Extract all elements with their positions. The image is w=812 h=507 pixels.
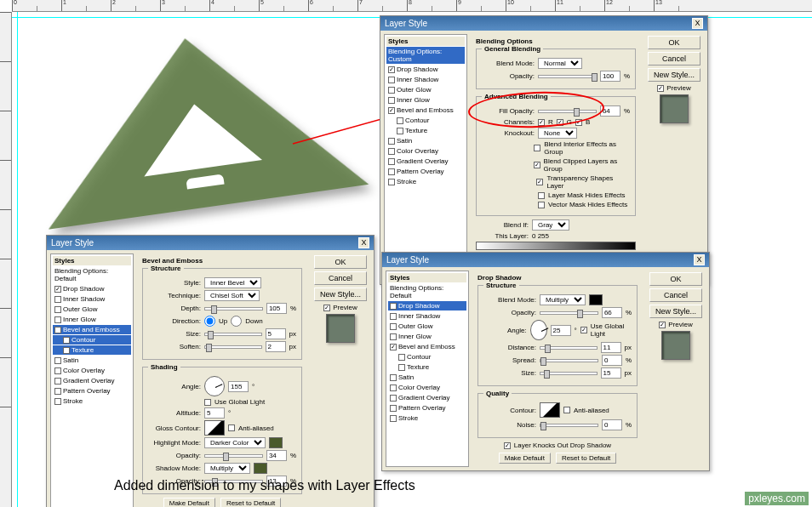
blend-mode-select[interactable]: Multiply <box>540 294 586 305</box>
style-item-contour[interactable]: Contour <box>388 352 466 362</box>
style-item-color-overlay[interactable]: Color Overlay <box>388 383 466 392</box>
opacity-input[interactable] <box>600 71 620 82</box>
preview-checkbox[interactable] <box>659 322 666 328</box>
close-icon[interactable]: X <box>694 254 705 265</box>
style-item-texture[interactable]: Texture <box>53 345 131 355</box>
close-icon[interactable]: X <box>692 18 703 29</box>
style-item-contour[interactable]: Contour <box>53 335 131 345</box>
reset-default-button[interactable]: Reset to Default <box>220 498 281 507</box>
style-item-drop-shadow[interactable]: Drop Shadow <box>388 301 466 310</box>
cancel-button[interactable]: Cancel <box>649 288 702 302</box>
style-item-satin[interactable]: Satin <box>386 136 465 145</box>
style-item-bevel[interactable]: Bevel and Emboss <box>386 105 465 115</box>
shadow-mode-select[interactable]: Multiply <box>204 463 250 474</box>
highlight-color[interactable] <box>269 437 283 448</box>
style-item-inner-shadow[interactable]: Inner Shadow <box>53 294 131 304</box>
style-item-stroke[interactable]: Stroke <box>386 177 465 186</box>
noise-slider[interactable] <box>540 424 598 427</box>
angle-input[interactable] <box>551 325 571 336</box>
style-item-outer-glow[interactable]: Outer Glow <box>388 322 466 331</box>
dialog-titlebar[interactable]: Layer Style X <box>382 253 709 267</box>
style-item-stroke[interactable]: Stroke <box>53 396 131 406</box>
style-item-inner-shadow[interactable]: Inner Shadow <box>388 311 466 321</box>
size-input[interactable] <box>266 328 286 339</box>
style-item-outer-glow[interactable]: Outer Glow <box>386 85 465 94</box>
style-item-bevel[interactable]: Bevel and Emboss <box>53 325 131 334</box>
distance-slider[interactable] <box>540 346 598 350</box>
shadow-color[interactable] <box>254 463 267 474</box>
cancel-button[interactable]: Cancel <box>648 52 700 66</box>
ok-button[interactable]: OK <box>649 272 702 286</box>
ok-button[interactable]: OK <box>648 36 700 49</box>
new-style-button[interactable]: New Style... <box>648 68 700 82</box>
blend-mode-select[interactable]: Normal <box>538 58 582 69</box>
depth-slider[interactable] <box>204 307 263 310</box>
style-item-pattern-overlay[interactable]: Pattern Overlay <box>388 403 466 413</box>
style-item-stroke[interactable]: Stroke <box>388 413 466 423</box>
cancel-button[interactable]: Cancel <box>314 271 367 285</box>
close-icon[interactable]: X <box>358 237 369 248</box>
make-default-button[interactable]: Make Default <box>499 453 551 464</box>
highlight-mode-select[interactable]: Darker Color <box>204 437 266 448</box>
angle-input[interactable] <box>228 381 249 392</box>
style-item-satin[interactable]: Satin <box>53 356 131 365</box>
style-item-bevel[interactable]: Bevel and Emboss <box>388 342 466 351</box>
new-style-button[interactable]: New Style... <box>314 288 367 301</box>
depth-input[interactable] <box>266 303 287 314</box>
new-style-button[interactable]: New Style... <box>649 305 702 318</box>
style-item-inner-shadow[interactable]: Inner Shadow <box>386 75 465 84</box>
angle-dial[interactable] <box>204 376 225 396</box>
gloss-contour[interactable] <box>204 420 225 436</box>
reset-default-button[interactable]: Reset to Default <box>556 453 616 464</box>
style-item-satin[interactable]: Satin <box>388 373 466 382</box>
make-default-button[interactable]: Make Default <box>163 498 215 507</box>
size-input[interactable] <box>601 367 621 379</box>
shadow-color-swatch[interactable] <box>589 294 603 305</box>
style-item-outer-glow[interactable]: Outer Glow <box>53 305 131 314</box>
distance-input[interactable] <box>601 342 621 353</box>
dialog-titlebar[interactable]: Layer Style X <box>47 236 374 250</box>
style-item-gradient-overlay[interactable]: Gradient Overlay <box>53 376 131 385</box>
global-light-checkbox[interactable] <box>204 399 211 406</box>
size-slider[interactable] <box>540 372 598 375</box>
preview-checkbox[interactable] <box>323 305 330 311</box>
style-item-gradient-overlay[interactable]: Gradient Overlay <box>386 157 465 166</box>
knockout-select[interactable]: None <box>538 128 577 139</box>
fill-opacity-slider[interactable] <box>538 110 597 113</box>
antialiased-checkbox[interactable] <box>228 424 235 431</box>
style-item-gradient-overlay[interactable]: Gradient Overlay <box>388 393 466 402</box>
spread-input[interactable] <box>602 355 622 366</box>
style-item-blending[interactable]: Blending Options: Custom <box>386 47 465 64</box>
blend-if-select[interactable]: Gray <box>532 219 569 231</box>
style-item-drop-shadow[interactable]: Drop Shadow <box>53 284 131 293</box>
soften-input[interactable] <box>266 341 286 352</box>
contour-picker[interactable] <box>540 402 560 418</box>
style-item-inner-glow[interactable]: Inner Glow <box>53 315 131 324</box>
preview-checkbox[interactable] <box>657 85 664 92</box>
noise-input[interactable] <box>602 419 622 430</box>
altitude-input[interactable] <box>204 407 225 419</box>
style-item-pattern-overlay[interactable]: Pattern Overlay <box>53 386 131 396</box>
style-item-color-overlay[interactable]: Color Overlay <box>386 146 465 156</box>
dir-down-radio[interactable] <box>231 316 242 327</box>
style-item-inner-glow[interactable]: Inner Glow <box>386 95 465 105</box>
bevel-style-select[interactable]: Inner Bevel <box>204 277 261 288</box>
opacity-slider[interactable] <box>538 75 597 78</box>
size-slider[interactable] <box>204 333 262 336</box>
global-light-checkbox[interactable] <box>580 327 587 333</box>
style-item-texture[interactable]: Texture <box>388 362 466 372</box>
style-item-contour[interactable]: Contour <box>386 116 465 125</box>
style-item-texture[interactable]: Texture <box>386 126 465 135</box>
style-item-color-overlay[interactable]: Color Overlay <box>53 366 131 375</box>
angle-dial[interactable] <box>530 320 547 340</box>
ok-button[interactable]: OK <box>314 255 367 269</box>
opacity-slider[interactable] <box>540 311 598 315</box>
antialiased-checkbox[interactable] <box>563 407 570 413</box>
spread-slider[interactable] <box>540 359 598 362</box>
dir-up-radio[interactable] <box>204 316 215 327</box>
style-item-blending[interactable]: Blending Options: Default <box>388 283 466 300</box>
dialog-titlebar[interactable]: Layer Style X <box>380 16 707 31</box>
style-item-blending[interactable]: Blending Options: Default <box>53 266 131 283</box>
opacity-input[interactable] <box>602 307 622 318</box>
technique-select[interactable]: Chisel Soft <box>204 290 260 301</box>
